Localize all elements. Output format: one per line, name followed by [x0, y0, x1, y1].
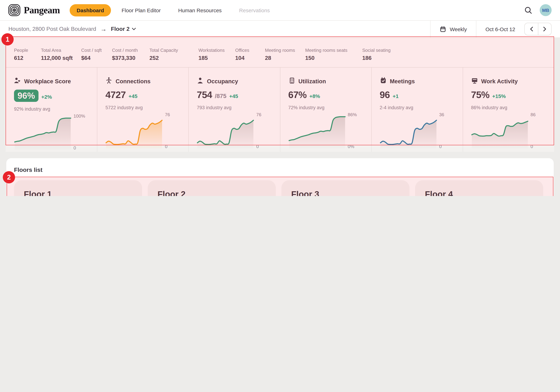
metric-delta: +8%: [310, 93, 320, 99]
nav-item-floor-plan-editor[interactable]: Floor Plan Editor: [115, 4, 168, 16]
y-axis-min-label: 0%: [346, 144, 360, 149]
brand-logo[interactable]: Pangeam: [8, 4, 60, 16]
arrow-icon: →: [100, 26, 107, 32]
person-icon: [197, 77, 204, 85]
stat-value: 252: [150, 55, 178, 61]
metric-value-suffix: /875: [215, 93, 226, 100]
metric-value: 75%: [471, 90, 490, 101]
pangeam-logo-icon: [8, 4, 20, 16]
nav-item-reservations[interactable]: Reservations: [232, 4, 277, 16]
user-avatar[interactable]: MB: [540, 4, 552, 16]
metric-subtitle: 793 industry avg: [197, 105, 280, 110]
metric-card-header: Occupancy: [197, 77, 280, 85]
metric-value: 96%: [14, 90, 39, 102]
stat-label: People: [14, 48, 28, 53]
search-icon[interactable]: [524, 6, 532, 14]
monitor-icon: [471, 77, 478, 85]
stat-total-capacity: Total Capacity252: [150, 48, 178, 61]
metric-card-title: Connections: [116, 78, 150, 85]
y-axis-min-label: 0: [72, 145, 86, 151]
stat-value: 104: [235, 55, 249, 61]
stat-value: 28: [265, 55, 295, 61]
date-pager: [524, 23, 552, 35]
person-heart-icon: [14, 77, 21, 85]
metric-value: 4727: [105, 90, 126, 101]
sparkline-chart: 860: [471, 113, 543, 148]
y-axis-max-label: 76: [163, 112, 178, 117]
metric-subtitle: 2-4 industry avg: [380, 105, 462, 110]
metric-card-header: Connections: [105, 77, 188, 85]
sparkline-chart: 100%0: [14, 115, 86, 150]
app-header: Pangeam DashboardFloor Plan EditorHuman …: [0, 0, 560, 21]
stat-value: $373,330: [112, 55, 138, 61]
stat-label: Meeting rooms: [265, 48, 295, 53]
dashboard-page: Pangeam DashboardFloor Plan EditorHuman …: [0, 0, 560, 196]
metric-card-header: Utilization: [288, 77, 371, 85]
metric-value: 67%: [288, 90, 307, 101]
nav-item-dashboard[interactable]: Dashboard: [70, 4, 111, 16]
stat-value: 186: [362, 55, 390, 61]
metric-delta: +2%: [41, 94, 52, 100]
stat-label: Total Capacity: [150, 48, 178, 53]
metric-subtitle: 72% industry avg: [288, 105, 371, 110]
y-axis-min-label: 0: [529, 144, 543, 149]
metric-card-utilization: Utilization67%+8%72% industry avg86%0%: [280, 67, 371, 152]
period-selector[interactable]: Weekly: [430, 21, 476, 38]
accessibility-icon: [105, 77, 112, 85]
stat-total-area: Total Area112,000 sqft: [41, 48, 73, 61]
floor-cards-row: Floor 1Learners76%Focus64%12/16hCollabor…: [14, 180, 543, 196]
stat-people: People612: [14, 48, 28, 61]
metric-card-title: Meetings: [390, 78, 415, 85]
metric-card-value-row: 4727+45: [105, 90, 188, 101]
floors-section: Floors list Floor 1Learners76%Focus64%12…: [6, 158, 554, 196]
floor-card-floor-2[interactable]: Floor 2Learners76%Focus64%12/16hCollabor…: [148, 180, 276, 196]
stat-value: 112,000 sqft: [41, 55, 73, 61]
floor-name: Floor 2: [158, 189, 186, 196]
prev-week-button[interactable]: [525, 23, 538, 35]
nav-item-human-resources[interactable]: Human Resources: [171, 4, 229, 16]
metric-card-meetings: Meetings96+12-4 industry avg360: [371, 67, 462, 152]
metric-delta: +1: [392, 93, 399, 99]
metric-card-title: Utilization: [298, 78, 326, 85]
metric-card-value-row: 75%+15%: [471, 90, 554, 101]
metrics-section: People612Total Area112,000 sqftCost / sq…: [6, 38, 554, 152]
y-axis-min-label: 0: [163, 144, 178, 149]
metric-card-value-row: 754/875+45: [197, 90, 280, 101]
brand-name: Pangeam: [24, 5, 60, 16]
toolbar-right: Weekly Oct 6-Oct 12: [430, 21, 560, 38]
metric-card-occupancy: Occupancy754/875+45793 industry avg760: [189, 67, 280, 152]
metric-card-title: Occupancy: [207, 78, 238, 85]
metric-card-workplace-score: Workplace Score96%+2%92% industry avg100…: [6, 67, 97, 152]
floor-selector-label: Floor 2: [111, 26, 130, 32]
floor-selector[interactable]: Floor 2: [111, 26, 136, 32]
stat-value: 150: [305, 55, 347, 61]
floor-name: Floor 4: [425, 189, 453, 196]
stat-value: 185: [199, 55, 225, 61]
metric-subtitle: 5722 industry avg: [105, 105, 188, 110]
breadcrumb-location: Houston, 2800 Post Oak Boulevard: [8, 26, 96, 32]
stat-label: Cost / month: [112, 48, 138, 53]
floors-list-title: Floors list: [14, 167, 42, 174]
next-week-button[interactable]: [538, 23, 551, 35]
floor-card-floor-3[interactable]: Floor 3Learners76%Focus64%12/16hCollabor…: [281, 180, 410, 196]
metric-card-title: Workplace Score: [24, 78, 71, 85]
stat-cost-sqft: Cost / sqft$64: [81, 48, 102, 61]
sparkline-chart: 760: [105, 113, 178, 148]
toolbar: Houston, 2800 Post Oak Boulevard → Floor…: [0, 21, 560, 38]
metric-subtitle: 92% industry avg: [14, 106, 97, 112]
floor-card-floor-1[interactable]: Floor 1Learners76%Focus64%12/16hCollabor…: [14, 180, 142, 196]
metric-delta: +45: [229, 93, 238, 99]
date-range: Oct 6-Oct 12: [476, 26, 524, 32]
metric-card-header: Meetings: [380, 77, 462, 85]
floor-card-floor-4[interactable]: Floor 4Learners76%Focus64%12/16hCollabor…: [415, 180, 543, 196]
metric-card-connections: Connections4727+455722 industry avg760: [97, 67, 188, 152]
chevron-down-icon: [132, 28, 136, 30]
y-axis-max-label: 86: [529, 112, 543, 117]
sparkline-chart: 360: [380, 113, 452, 148]
metric-card-work-activity: Work Activity75%+15%86% industry avg860: [463, 67, 554, 152]
metric-card-value-row: 96+1: [380, 90, 462, 101]
metric-delta: +15%: [492, 93, 506, 99]
period-label: Weekly: [450, 26, 467, 32]
metric-card-value-row: 96%+2%: [14, 90, 97, 102]
stat-cost-month: Cost / month$373,330: [112, 48, 138, 61]
